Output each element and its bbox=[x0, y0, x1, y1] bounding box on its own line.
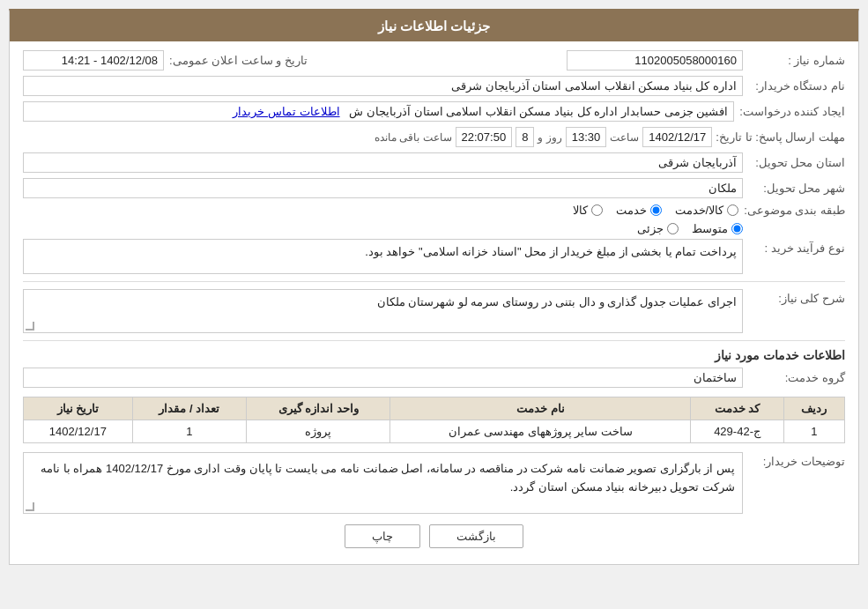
contact-link[interactable]: اطلاعات تماس خریدار bbox=[233, 105, 339, 118]
city-label: شهر محل تحویل: bbox=[748, 182, 845, 195]
province-label: استان محل تحویل: bbox=[748, 156, 845, 169]
service-group-label: گروه خدمت: bbox=[748, 371, 845, 384]
creator-label: ایجاد کننده درخواست: bbox=[739, 105, 845, 118]
cell-name: ساخت سایر پروژههای مهندسی عمران bbox=[390, 420, 691, 443]
col-date: تاریخ نیاز bbox=[24, 397, 133, 420]
page-title: جزئیات اطلاعات نیاز bbox=[10, 11, 858, 41]
print-button[interactable]: چاپ bbox=[345, 524, 420, 548]
category-label: طبقه بندی موضوعی: bbox=[744, 204, 845, 217]
cell-unit: پروژه bbox=[247, 420, 390, 443]
announcement-label: تاریخ و ساعت اعلان عمومی: bbox=[169, 54, 308, 67]
province-value: آذربایجان شرقی bbox=[23, 152, 743, 173]
deadline-remaining-label: ساعت باقی مانده bbox=[375, 131, 452, 144]
col-unit: واحد اندازه گیری bbox=[247, 397, 390, 420]
services-title: اطلاعات خدمات مورد نیاز bbox=[23, 348, 845, 362]
col-row: ردیف bbox=[783, 397, 844, 420]
deadline-remaining: 22:07:50 bbox=[456, 127, 513, 147]
category-kala[interactable]: کالا bbox=[573, 204, 603, 217]
col-qty: تعداد / مقدار bbox=[132, 397, 246, 420]
cell-code: ج-42-429 bbox=[691, 420, 783, 443]
buyer-name-label: نام دستگاه خریدار: bbox=[748, 79, 845, 93]
deadline-time: 13:30 bbox=[566, 127, 607, 147]
category-kala-khedmat[interactable]: کالا/خدمت bbox=[675, 204, 739, 217]
cell-date: 1402/12/17 bbox=[24, 420, 133, 443]
deadline-label: مهلت ارسال پاسخ: تا تاریخ: bbox=[716, 130, 845, 144]
col-name: نام خدمت bbox=[390, 397, 691, 420]
buyer-name-value: اداره کل بنیاد مسکن انقلاب اسلامی استان … bbox=[23, 76, 743, 96]
process-jozi[interactable]: جزئی bbox=[637, 222, 679, 235]
need-number-label: شماره نیاز : bbox=[748, 54, 845, 67]
back-button[interactable]: بازگشت bbox=[429, 524, 523, 548]
general-desc-label: شرح کلی نیاز: bbox=[748, 289, 845, 305]
cell-qty: 1 bbox=[132, 420, 246, 443]
deadline-date: 1402/12/17 bbox=[642, 127, 712, 147]
services-table: ردیف کد خدمت نام خدمت واحد اندازه گیری ت… bbox=[23, 397, 845, 443]
col-code: کد خدمت bbox=[691, 397, 783, 420]
announcement-value: 1402/12/08 - 14:21 bbox=[23, 50, 164, 71]
divider-2 bbox=[23, 340, 845, 341]
category-khedmat[interactable]: خدمت bbox=[616, 204, 662, 217]
category-radio-group: کالا/خدمت خدمت کالا bbox=[573, 204, 739, 217]
process-label: نوع فرآیند خرید : bbox=[748, 241, 845, 255]
bottom-buttons: بازگشت چاپ bbox=[23, 524, 845, 548]
need-number-value: 1102005058000160 bbox=[567, 50, 743, 71]
services-table-section: ردیف کد خدمت نام خدمت واحد اندازه گیری ت… bbox=[23, 397, 845, 443]
general-desc-value: اجرای عملیات جدول گذاری و دال بتنی در رو… bbox=[23, 289, 743, 333]
process-motavaset[interactable]: متوسط bbox=[692, 222, 743, 235]
deadline-day-label: روز و bbox=[538, 131, 561, 144]
creator-value: افشین جزمی حسابدار اداره کل بنیاد مسکن ا… bbox=[23, 101, 734, 122]
buyer-notes-value: پس از بارگزاری تصویر ضمانت نامه شرکت در … bbox=[23, 452, 743, 514]
service-group-value: ساختمان bbox=[23, 368, 743, 388]
buyer-notes-label: توضیحات خریدار: bbox=[748, 452, 845, 468]
cell-row: 1 bbox=[783, 420, 844, 443]
deadline-time-label: ساعت bbox=[610, 131, 639, 144]
divider-1 bbox=[23, 281, 845, 282]
process-radio-group: متوسط جزئی bbox=[23, 222, 743, 235]
process-notice: پرداخت تمام یا بخشی از مبلغ خریدار از مح… bbox=[23, 239, 743, 274]
city-value: ملکان bbox=[23, 178, 743, 198]
deadline-day: 8 bbox=[516, 127, 534, 147]
table-row: 1 ج-42-429 ساخت سایر پروژههای مهندسی عمر… bbox=[24, 420, 845, 443]
